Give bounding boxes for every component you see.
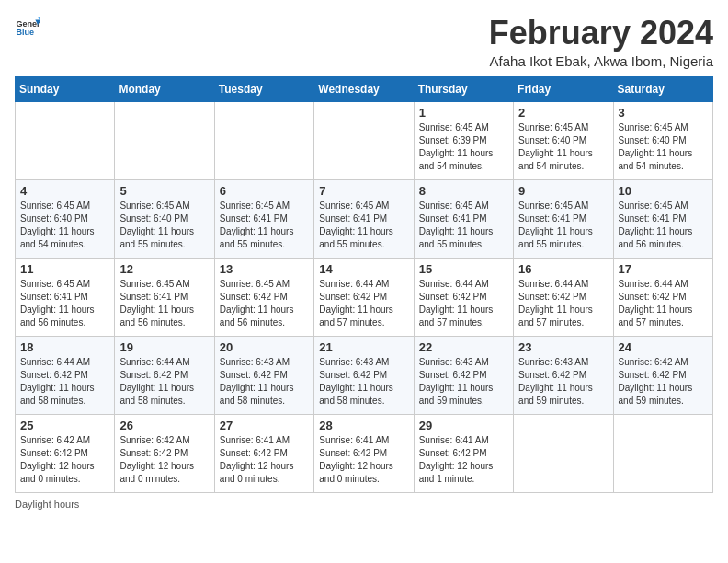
day-info: Sunrise: 6:43 AM Sunset: 6:42 PM Dayligh… [518,356,608,408]
day-info: Sunrise: 6:41 AM Sunset: 6:42 PM Dayligh… [319,434,408,486]
calendar-cell: 1Sunrise: 6:45 AM Sunset: 6:39 PM Daylig… [414,101,513,179]
day-info: Sunrise: 6:45 AM Sunset: 6:41 PM Dayligh… [518,200,608,251]
header: General Blue February 2024 Afaha Ikot Eb… [15,15,713,69]
day-info: Sunrise: 6:45 AM Sunset: 6:42 PM Dayligh… [220,278,309,329]
day-number: 19 [119,340,209,354]
day-info: Sunrise: 6:44 AM Sunset: 6:42 PM Dayligh… [119,356,209,408]
calendar-cell: 5Sunrise: 6:45 AM Sunset: 6:40 PM Daylig… [115,179,214,258]
calendar-cell: 2Sunrise: 6:45 AM Sunset: 6:40 PM Daylig… [514,101,613,179]
day-info: Sunrise: 6:44 AM Sunset: 6:42 PM Dayligh… [419,278,508,329]
calendar-cell [16,101,115,179]
footer: Daylight hours [15,499,713,510]
calendar-cell [115,101,214,179]
day-info: Sunrise: 6:45 AM Sunset: 6:41 PM Dayligh… [619,200,708,251]
day-info: Sunrise: 6:45 AM Sunset: 6:41 PM Dayligh… [20,278,109,329]
column-header-friday: Friday [514,76,613,101]
day-info: Sunrise: 6:42 AM Sunset: 6:42 PM Dayligh… [119,434,209,486]
day-number: 23 [518,340,608,354]
calendar-table: SundayMondayTuesdayWednesdayThursdayFrid… [15,76,713,493]
calendar-cell [214,101,313,179]
week-row-2: 11Sunrise: 6:45 AM Sunset: 6:41 PM Dayli… [16,258,713,336]
calendar-cell: 13Sunrise: 6:45 AM Sunset: 6:42 PM Dayli… [214,258,313,336]
day-number: 2 [518,106,608,120]
calendar-cell: 23Sunrise: 6:43 AM Sunset: 6:42 PM Dayli… [514,336,613,414]
column-header-thursday: Thursday [414,76,513,101]
day-number: 9 [518,184,608,198]
day-info: Sunrise: 6:43 AM Sunset: 6:42 PM Dayligh… [220,356,309,408]
subtitle: Afaha Ikot Ebak, Akwa Ibom, Nigeria [489,53,713,69]
calendar-cell: 29Sunrise: 6:41 AM Sunset: 6:42 PM Dayli… [414,414,513,492]
calendar-cell: 9Sunrise: 6:45 AM Sunset: 6:41 PM Daylig… [514,179,613,258]
daylight-label: Daylight hours [15,499,79,510]
calendar-cell: 6Sunrise: 6:45 AM Sunset: 6:41 PM Daylig… [214,179,313,258]
day-number: 5 [119,184,209,198]
calendar-cell: 27Sunrise: 6:41 AM Sunset: 6:42 PM Dayli… [214,414,313,492]
calendar-cell: 17Sunrise: 6:44 AM Sunset: 6:42 PM Dayli… [613,258,712,336]
day-info: Sunrise: 6:45 AM Sunset: 6:39 PM Dayligh… [419,121,508,173]
week-row-1: 4Sunrise: 6:45 AM Sunset: 6:40 PM Daylig… [16,179,713,258]
day-number: 20 [220,340,309,354]
column-header-sunday: Sunday [16,76,115,101]
day-info: Sunrise: 6:45 AM Sunset: 6:41 PM Dayligh… [319,200,408,251]
calendar-cell: 18Sunrise: 6:44 AM Sunset: 6:42 PM Dayli… [16,336,115,414]
day-number: 4 [20,184,109,198]
calendar-cell: 22Sunrise: 6:43 AM Sunset: 6:42 PM Dayli… [414,336,513,414]
day-number: 10 [619,184,708,198]
day-info: Sunrise: 6:45 AM Sunset: 6:40 PM Dayligh… [119,200,209,251]
logo-icon: General Blue [15,15,40,40]
column-header-wednesday: Wednesday [314,76,414,101]
calendar-body: 1Sunrise: 6:45 AM Sunset: 6:39 PM Daylig… [16,101,713,492]
day-number: 15 [419,262,508,276]
title-area: February 2024 Afaha Ikot Ebak, Akwa Ibom… [489,15,713,69]
calendar-cell: 12Sunrise: 6:45 AM Sunset: 6:41 PM Dayli… [115,258,214,336]
day-number: 14 [319,262,408,276]
calendar-cell: 24Sunrise: 6:42 AM Sunset: 6:42 PM Dayli… [613,336,712,414]
day-number: 24 [619,340,708,354]
day-number: 8 [419,184,508,198]
day-number: 3 [619,106,708,120]
calendar-cell: 10Sunrise: 6:45 AM Sunset: 6:41 PM Dayli… [613,179,712,258]
day-info: Sunrise: 6:45 AM Sunset: 6:41 PM Dayligh… [119,278,209,329]
day-info: Sunrise: 6:45 AM Sunset: 6:40 PM Dayligh… [20,200,109,251]
svg-text:Blue: Blue [16,28,34,37]
day-info: Sunrise: 6:45 AM Sunset: 6:40 PM Dayligh… [518,121,608,173]
day-info: Sunrise: 6:42 AM Sunset: 6:42 PM Dayligh… [20,434,109,486]
header-row: SundayMondayTuesdayWednesdayThursdayFrid… [16,76,713,101]
calendar-cell: 14Sunrise: 6:44 AM Sunset: 6:42 PM Dayli… [314,258,414,336]
day-info: Sunrise: 6:43 AM Sunset: 6:42 PM Dayligh… [419,356,508,408]
calendar-cell: 11Sunrise: 6:45 AM Sunset: 6:41 PM Dayli… [16,258,115,336]
calendar-cell: 16Sunrise: 6:44 AM Sunset: 6:42 PM Dayli… [514,258,613,336]
day-info: Sunrise: 6:45 AM Sunset: 6:40 PM Dayligh… [619,121,708,173]
day-number: 17 [619,262,708,276]
day-number: 1 [419,106,508,120]
calendar-cell: 7Sunrise: 6:45 AM Sunset: 6:41 PM Daylig… [314,179,414,258]
calendar-cell: 4Sunrise: 6:45 AM Sunset: 6:40 PM Daylig… [16,179,115,258]
column-header-saturday: Saturday [613,76,712,101]
calendar-cell: 19Sunrise: 6:44 AM Sunset: 6:42 PM Dayli… [115,336,214,414]
day-info: Sunrise: 6:41 AM Sunset: 6:42 PM Dayligh… [419,434,508,486]
day-number: 6 [220,184,309,198]
day-number: 18 [20,340,109,354]
week-row-4: 25Sunrise: 6:42 AM Sunset: 6:42 PM Dayli… [16,414,713,492]
column-header-monday: Monday [115,76,214,101]
day-number: 7 [319,184,408,198]
day-number: 27 [220,419,309,432]
calendar-cell: 15Sunrise: 6:44 AM Sunset: 6:42 PM Dayli… [414,258,513,336]
day-info: Sunrise: 6:45 AM Sunset: 6:41 PM Dayligh… [220,200,309,251]
calendar-cell: 28Sunrise: 6:41 AM Sunset: 6:42 PM Dayli… [314,414,414,492]
day-info: Sunrise: 6:43 AM Sunset: 6:42 PM Dayligh… [319,356,408,408]
day-info: Sunrise: 6:45 AM Sunset: 6:41 PM Dayligh… [419,200,508,251]
day-number: 13 [220,262,309,276]
calendar-cell: 20Sunrise: 6:43 AM Sunset: 6:42 PM Dayli… [214,336,313,414]
calendar-cell: 26Sunrise: 6:42 AM Sunset: 6:42 PM Dayli… [115,414,214,492]
calendar-header: SundayMondayTuesdayWednesdayThursdayFrid… [16,76,713,101]
calendar-cell: 21Sunrise: 6:43 AM Sunset: 6:42 PM Dayli… [314,336,414,414]
day-number: 28 [319,419,408,432]
day-number: 26 [119,419,209,432]
calendar-cell [314,101,414,179]
week-row-3: 18Sunrise: 6:44 AM Sunset: 6:42 PM Dayli… [16,336,713,414]
calendar-cell: 8Sunrise: 6:45 AM Sunset: 6:41 PM Daylig… [414,179,513,258]
column-header-tuesday: Tuesday [214,76,313,101]
logo: General Blue [15,15,40,40]
day-number: 11 [20,262,109,276]
